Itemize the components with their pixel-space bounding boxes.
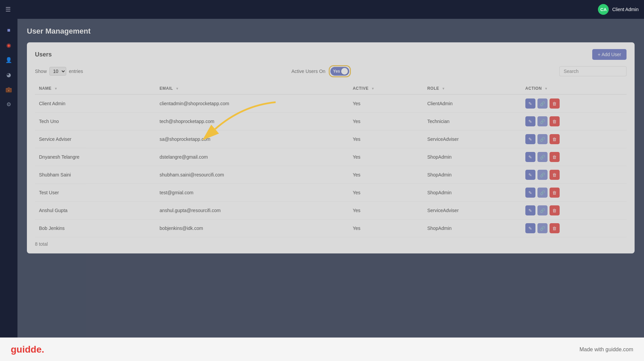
col-email: EMAIL ▼ [156,83,349,94]
cell-name: Test User [35,184,156,202]
sidebar-item-gear[interactable]: ⚙ [3,98,15,110]
total-count: 8 total [35,241,48,247]
active-users-filter: Active Users On Yes [291,65,351,77]
show-label: Show [35,69,47,74]
cell-action: ✎ 🔗 🗑 [521,113,627,130]
edit-button[interactable]: ✎ [525,188,535,198]
cell-name: Dnyanesh Telangre [35,148,156,166]
table-header: NAME ▼ EMAIL ▼ ACTIVE ▼ ROLE ▼ ACTION ▼ [35,83,627,94]
col-role: ROLE ▼ [423,83,521,94]
edit-button[interactable]: ✎ [525,152,535,162]
delete-button[interactable]: 🗑 [550,116,560,126]
add-user-button[interactable]: + Add User [592,49,627,60]
cell-action: ✎ 🔗 🗑 [521,202,627,219]
cell-active: Yes [349,130,423,148]
cell-email: anshul.gupta@resourcifi.com [156,202,349,219]
navbar-left: ☰ [5,6,11,13]
cell-role: ServiceAdviser [423,202,521,219]
delete-button[interactable]: 🗑 [550,188,560,198]
cell-action: ✎ 🔗 🗑 [521,219,627,237]
cell-name: Service Adviser [35,130,156,148]
action-buttons: ✎ 🔗 🗑 [525,188,622,198]
cell-action: ✎ 🔗 🗑 [521,148,627,166]
link-button[interactable]: 🔗 [537,98,548,109]
cell-active: Yes [349,184,423,202]
table-row: Shubham Saini shubham.saini@resourcifi.c… [35,166,627,184]
toggle-wrapper: Yes [329,65,351,77]
sidebar-item-pie[interactable]: ◕ [3,69,15,81]
edit-button[interactable]: ✎ [525,98,535,109]
sort-name-icon: ▼ [54,87,57,90]
card-title: Users [35,51,52,58]
cell-name: Bob Jenkins [35,219,156,237]
delete-button[interactable]: 🗑 [550,223,560,233]
cell-email: dstelangre@gmail.com [156,148,349,166]
edit-button[interactable]: ✎ [525,134,535,144]
cell-name: Client Admin [35,94,156,113]
cell-email: tech@shoprocketapp.com [156,113,349,130]
sort-role-icon: ▼ [442,87,445,90]
delete-button[interactable]: 🗑 [550,98,560,109]
page-title: User Management [27,27,635,36]
cell-role: ShopAdmin [423,166,521,184]
cell-email: shubham.saini@resourcifi.com [156,166,349,184]
cell-email: test@gmial.com [156,184,349,202]
delete-button[interactable]: 🗑 [550,205,560,215]
cell-action: ✎ 🔗 🗑 [521,166,627,184]
cell-name: Shubham Saini [35,166,156,184]
cell-name: Anshul Gupta [35,202,156,219]
toggle-knob [341,68,348,75]
search-input[interactable] [559,66,627,76]
link-button[interactable]: 🔗 [537,188,548,198]
action-buttons: ✎ 🔗 🗑 [525,170,622,180]
navbar: ☰ CA Client Admin [0,0,644,19]
edit-button[interactable]: ✎ [525,205,535,215]
active-users-toggle[interactable]: Yes [330,67,349,76]
link-button[interactable]: 🔗 [537,223,548,233]
cell-email: sa@shoprocketapp.com [156,130,349,148]
avatar: CA [598,4,609,15]
action-buttons: ✎ 🔗 🗑 [525,98,622,109]
link-button[interactable]: 🔗 [537,134,548,144]
cell-active: Yes [349,202,423,219]
cell-action: ✎ 🔗 🗑 [521,94,627,113]
link-button[interactable]: 🔗 [537,205,548,215]
sidebar-item-target[interactable]: ◉ [3,39,15,51]
sidebar-item-lock[interactable]: ■ [3,24,15,36]
edit-button[interactable]: ✎ [525,223,535,233]
table-row: Bob Jenkins bobjenkins@idk.com Yes ShopA… [35,219,627,237]
sidebar-item-person[interactable]: 👤 [3,54,15,66]
table-row: Dnyanesh Telangre dstelangre@gmail.com Y… [35,148,627,166]
link-button[interactable]: 🔗 [537,170,548,180]
cell-action: ✎ 🔗 🗑 [521,184,627,202]
sort-active-icon: ▼ [371,87,374,90]
active-users-label: Active Users On [291,69,325,74]
cell-role: Technician [423,113,521,130]
link-button[interactable]: 🔗 [537,152,548,162]
link-button[interactable]: 🔗 [537,116,548,126]
table-body: Client Admin clientadmin@shoprocketapp.c… [35,94,627,237]
table-row: Service Adviser sa@shoprocketapp.com Yes… [35,130,627,148]
delete-button[interactable]: 🗑 [550,170,560,180]
hamburger-icon[interactable]: ☰ [5,6,11,13]
cell-email: clientadmin@shoprocketapp.com [156,94,349,113]
toggle-label: Yes [333,69,340,74]
sidebar: ■ ◉ 👤 ◕ 💼 ⚙ [0,19,17,361]
action-buttons: ✎ 🔗 🗑 [525,205,622,215]
card-header: Users + Add User [35,49,627,60]
cell-role: ClientAdmin [423,94,521,113]
table-row: Test User test@gmial.com Yes ShopAdmin ✎… [35,184,627,202]
entries-select[interactable]: 10 25 50 [49,67,66,76]
edit-button[interactable]: ✎ [525,116,535,126]
delete-button[interactable]: 🗑 [550,152,560,162]
sidebar-item-briefcase[interactable]: 💼 [3,83,15,95]
col-action: ACTION ▼ [521,83,627,94]
col-name: NAME ▼ [35,83,156,94]
table-row: Client Admin clientadmin@shoprocketapp.c… [35,94,627,113]
cell-active: Yes [349,219,423,237]
action-buttons: ✎ 🔗 🗑 [525,223,622,233]
action-buttons: ✎ 🔗 🗑 [525,116,622,126]
delete-button[interactable]: 🗑 [550,134,560,144]
edit-button[interactable]: ✎ [525,170,535,180]
users-table: NAME ▼ EMAIL ▼ ACTIVE ▼ ROLE ▼ ACTION ▼ … [35,83,627,237]
